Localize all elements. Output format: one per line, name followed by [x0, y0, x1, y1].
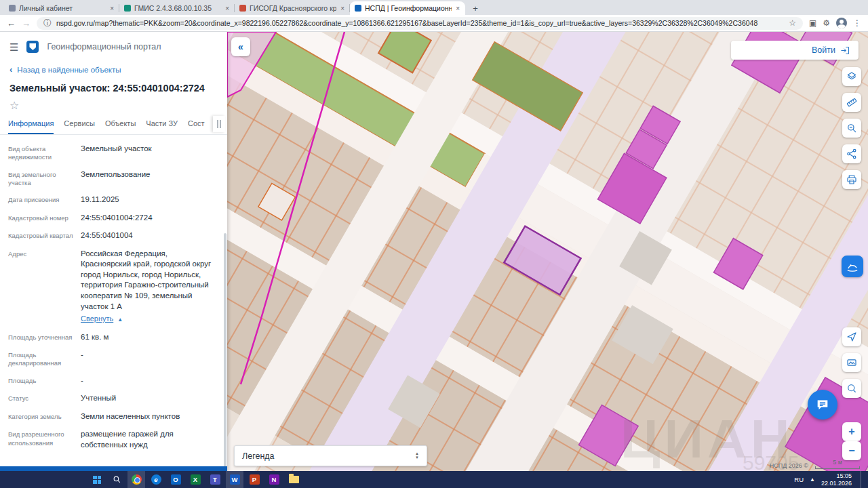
- tab-favicon: [9, 5, 16, 12]
- panel-header: ☰ Геоинформационный портал: [0, 32, 227, 60]
- taskbar-edge-icon[interactable]: e: [147, 471, 165, 488]
- tab-close-icon[interactable]: ×: [224, 5, 230, 12]
- taskbar-word-icon[interactable]: W: [226, 471, 243, 488]
- tray-time: 15:05: [821, 472, 852, 480]
- chevron-up-icon: ▲: [117, 317, 123, 323]
- taskbar-powerpoint-icon[interactable]: P: [245, 471, 263, 488]
- tray-clock[interactable]: 15:05 22.01.2026: [821, 472, 852, 487]
- browser-tab-1[interactable]: Личный кабинет ×: [4, 1, 119, 15]
- tab-close-icon[interactable]: ×: [109, 5, 115, 12]
- collapse-panel-button[interactable]: «: [231, 37, 250, 56]
- taskbar-search-button[interactable]: [108, 471, 125, 488]
- legend-select[interactable]: Легенда ▲▼: [234, 445, 427, 466]
- taskbar-onenote-icon[interactable]: N: [265, 471, 283, 488]
- field-row: Категория земель Земли населенных пункто…: [8, 411, 219, 422]
- tab-composition[interactable]: Сост: [188, 119, 205, 134]
- taskbar: e O X T W P N RU ▲ 15:05 22.01.2026: [0, 471, 868, 488]
- site-info-icon[interactable]: ⓘ: [43, 19, 52, 27]
- tab-parts[interactable]: Части ЗУ: [146, 119, 178, 134]
- ruler-button[interactable]: [842, 93, 861, 112]
- back-to-results-link[interactable]: ‹ Назад в найденные объекты: [0, 60, 227, 76]
- zoom-out-button[interactable]: −: [842, 441, 861, 460]
- panel-footer: [0, 466, 227, 471]
- tray-expand-icon[interactable]: ▲: [810, 476, 815, 483]
- tabs-overflow-button[interactable]: [213, 116, 225, 132]
- assistant-button[interactable]: [842, 256, 863, 277]
- field-row: Вид объекта недвижимости Земельный участ…: [8, 144, 219, 162]
- tab-objects[interactable]: Объекты: [105, 119, 136, 134]
- panel-scrollbar[interactable]: [224, 233, 226, 466]
- browser-tab-strip: Личный кабинет × ГМИС 2.4.3.68.00.10.35 …: [0, 0, 868, 15]
- layers-button[interactable]: [842, 67, 861, 86]
- info-panel: ☰ Геоинформационный портал ‹ Назад в най…: [0, 32, 227, 471]
- geolocation-button[interactable]: [842, 327, 861, 346]
- taskbar-chrome-icon[interactable]: [127, 471, 145, 488]
- field-row: Площадь уточненная 61 кв. м: [8, 332, 219, 343]
- map-canvas[interactable]: ЦИАН 59705: [227, 32, 868, 471]
- chat-icon: [815, 397, 830, 412]
- extensions-icon[interactable]: ⚙: [823, 19, 830, 27]
- tab-information[interactable]: Информация: [8, 119, 54, 134]
- tab-favicon: [355, 5, 361, 12]
- browser-tab-4-active[interactable]: НСПД | Геоинформационный п ×: [350, 1, 465, 15]
- profile-avatar[interactable]: [836, 18, 847, 28]
- share-button[interactable]: [842, 144, 861, 163]
- taskbar-icons: e O X T W P N: [0, 471, 302, 488]
- zoom-in-button[interactable]: +: [842, 422, 861, 441]
- print-button[interactable]: [842, 170, 861, 189]
- share-icon: [846, 148, 858, 160]
- ruler-icon: [846, 96, 858, 108]
- browser-tab-2[interactable]: ГМИС 2.4.3.68.00.10.35 ×: [119, 1, 235, 15]
- side-panel-icon[interactable]: ▣: [809, 19, 816, 27]
- print-icon: [846, 174, 858, 186]
- object-title: Земельный участок: 24:55:0401004:2724: [0, 76, 227, 96]
- new-tab-button[interactable]: +: [469, 2, 481, 14]
- field-row-address: Адрес Российская Федерация, Красноярский…: [8, 249, 219, 325]
- panorama-button[interactable]: [842, 353, 861, 372]
- field-row: Кадастровый квартал 24:55:0401004: [8, 230, 219, 241]
- browser-address-bar: ← → ⓘ nspd.gov.ru/map?thematic=PKK&zoom=…: [0, 15, 868, 32]
- collapse-address-link[interactable]: Свернуть: [81, 314, 113, 324]
- start-button[interactable]: [88, 471, 106, 488]
- field-row: Дата присвоения 19.11.2025: [8, 195, 219, 205]
- tab-title: ГИСОГД Красноярского края: [250, 4, 336, 12]
- bookmark-star-icon[interactable]: ☆: [789, 19, 796, 27]
- browser-menu-icon[interactable]: ⋮: [853, 19, 861, 27]
- assistant-icon: [846, 260, 859, 273]
- show-desktop-button[interactable]: [861, 471, 863, 488]
- taskbar-excel-icon[interactable]: X: [186, 471, 204, 488]
- favorite-star-icon[interactable]: ☆: [0, 96, 227, 113]
- forward-icon[interactable]: →: [22, 19, 31, 28]
- chat-fab-button[interactable]: [808, 390, 837, 420]
- magnifier-icon: [846, 382, 858, 394]
- address-input[interactable]: ⓘ nspd.gov.ru/map?thematic=PKK&zoom=20&c…: [37, 17, 803, 30]
- taskbar-outlook-icon[interactable]: O: [167, 471, 184, 488]
- tray-date: 22.01.2026: [821, 480, 852, 487]
- object-search-icon: [846, 122, 858, 134]
- field-row: Кадастровый номер 24:55:0401004:2724: [8, 213, 219, 224]
- object-search-button[interactable]: [842, 119, 861, 138]
- tab-close-icon[interactable]: ×: [340, 5, 345, 12]
- login-button[interactable]: Войти: [731, 41, 859, 60]
- screen: Личный кабинет × ГМИС 2.4.3.68.00.10.35 …: [0, 0, 868, 488]
- tab-title: ГМИС 2.4.3.68.00.10.35: [134, 4, 221, 12]
- tab-title: НСПД | Геоинформационный п: [365, 4, 452, 12]
- legend-label: Легенда: [242, 451, 275, 461]
- tray-language[interactable]: RU: [794, 476, 804, 483]
- map-attribution: НСПД 2026 © 5 м: [770, 459, 860, 469]
- tab-close-icon[interactable]: ×: [455, 5, 460, 12]
- back-icon[interactable]: ←: [7, 19, 16, 28]
- tab-favicon: [239, 5, 246, 12]
- field-row: Площадь декларированная -: [8, 350, 219, 368]
- chevron-left-icon: ‹: [9, 64, 12, 75]
- magnifier-button[interactable]: [842, 379, 861, 398]
- taskbar-teams-icon[interactable]: T: [206, 471, 224, 488]
- system-tray: RU ▲ 15:05 22.01.2026: [794, 471, 868, 488]
- map-area[interactable]: ЦИАН 59705 « Войти: [227, 32, 868, 471]
- search-icon: [113, 475, 121, 484]
- browser-tab-3[interactable]: ГИСОГД Красноярского края ×: [235, 1, 350, 15]
- taskbar-explorer-icon[interactable]: [285, 471, 302, 488]
- tab-services[interactable]: Сервисы: [64, 119, 95, 134]
- menu-burger-icon[interactable]: ☰: [9, 42, 18, 52]
- object-info-list: Вид объекта недвижимости Земельный участ…: [0, 135, 227, 466]
